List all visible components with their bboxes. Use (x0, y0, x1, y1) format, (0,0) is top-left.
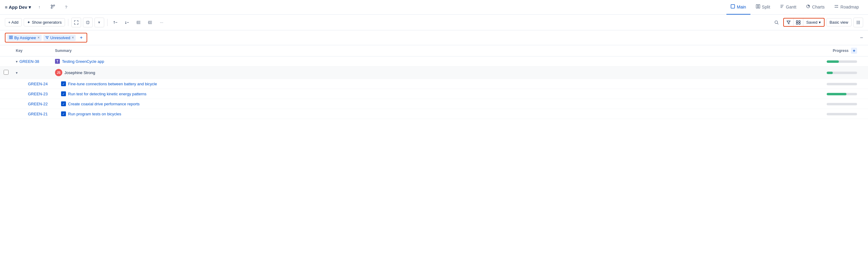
by-assignee-icon (9, 35, 13, 40)
generators-label: Show generators (32, 20, 62, 25)
row-expand-chevron[interactable]: ▾ (16, 60, 18, 64)
issue-type-task-icon: ✓ (61, 91, 66, 96)
outdent-button[interactable] (145, 18, 155, 27)
svg-rect-38 (9, 36, 11, 37)
issues-table: Key Summary Progress + ▾GREEN-38TTesting… (0, 45, 868, 119)
basic-view-button[interactable]: Basic view (826, 18, 851, 26)
unresolved-filter[interactable]: Unresolved × (43, 35, 76, 41)
generators-icon: ✦ (27, 20, 30, 25)
by-assignee-close[interactable]: × (38, 36, 40, 39)
by-assignee-filter[interactable]: By Assignee × (7, 35, 42, 41)
toolbar-left: + Add ✦ Show generators ▾ (5, 18, 770, 27)
svg-point-2 (51, 7, 52, 8)
charts-tab-label: Charts (812, 5, 825, 9)
tab-split[interactable]: Split (752, 0, 774, 14)
avatar: JS (55, 69, 62, 76)
progress-bar-empty (827, 113, 857, 115)
toolbar-right: Saved ▾ Basic view (772, 18, 863, 27)
split-tab-icon (756, 4, 760, 9)
progress-bar-empty (827, 103, 857, 105)
table-row: GREEN-21✓Run program tests on bicycles (0, 109, 868, 119)
svg-line-5 (52, 6, 54, 8)
columns-button[interactable] (854, 18, 863, 27)
progress-bar (827, 93, 857, 95)
expand-button[interactable] (71, 18, 81, 27)
row-select-checkbox[interactable] (4, 70, 8, 75)
add-button[interactable]: + Add (5, 18, 22, 26)
branch-button[interactable] (48, 2, 58, 12)
saved-label: Saved (806, 20, 817, 25)
tab-gantt[interactable]: Gantt (776, 0, 801, 14)
add-label: + Add (8, 20, 19, 25)
svg-rect-40 (9, 38, 11, 39)
tab-charts[interactable]: Charts (802, 0, 829, 14)
add-column-button[interactable]: + (851, 48, 857, 54)
issue-key-link[interactable]: GREEN-21 (28, 112, 48, 116)
th-key: Key (12, 45, 51, 57)
basic-view-label: Basic view (830, 20, 848, 25)
svg-rect-8 (758, 5, 760, 8)
issue-key-link[interactable]: GREEN-38 (20, 59, 39, 64)
compress-button[interactable] (83, 18, 93, 27)
main-tab-label: Main (737, 5, 746, 9)
issue-type-task-icon: ✓ (61, 111, 66, 116)
add-filter-button[interactable]: + (78, 34, 85, 41)
issue-summary-link[interactable]: Run test for detecting kinetic energy pa… (68, 92, 147, 96)
hamburger-icon: ≡ (5, 5, 8, 10)
share-button[interactable]: ↑ (35, 2, 44, 12)
split-tab-label: Split (762, 5, 770, 9)
help-button[interactable]: ? (61, 2, 71, 12)
more-actions-button[interactable]: ··· (157, 18, 166, 27)
table-header-row: Key Summary Progress + (0, 45, 868, 57)
table-row: GREEN-22✓Create coaxial drive performanc… (0, 99, 868, 109)
show-generators-button[interactable]: ✦ Show generators (24, 18, 65, 26)
gantt-tab-label: Gantt (786, 5, 796, 9)
issue-summary-link[interactable]: Fine-tune connections between battery an… (68, 82, 157, 86)
filter-icon-button[interactable] (784, 19, 794, 26)
toolbar: + Add ✦ Show generators ▾ (0, 14, 868, 30)
table-row: ▾GREEN-38TTesting GreenCycle app (0, 57, 868, 66)
assignee-name-link[interactable]: Josephine Strong (64, 70, 95, 75)
issue-type-test-icon: T (55, 59, 60, 64)
saved-button[interactable]: Saved ▾ (803, 19, 824, 26)
tab-roadmap[interactable]: Roadmap (830, 0, 863, 14)
svg-point-0 (51, 5, 52, 6)
progress-bar (827, 60, 857, 63)
issue-key-link[interactable]: GREEN-24 (28, 82, 48, 86)
issue-summary-link[interactable]: Create coaxial drive performance reports (68, 102, 140, 106)
collapse-button[interactable]: − (860, 35, 863, 40)
issues-table-container: Key Summary Progress + ▾GREEN-38TTesting… (0, 45, 868, 119)
svg-rect-39 (11, 36, 12, 37)
app-title-dropdown-icon: ▾ (29, 5, 31, 10)
svg-rect-6 (731, 5, 735, 8)
saved-dropdown-icon: ▾ (819, 20, 821, 25)
more-options-expand[interactable]: ▾ (94, 18, 104, 27)
tab-main[interactable]: Main (726, 0, 750, 14)
active-filters-group: By Assignee × Unresolved × + (5, 33, 87, 42)
indent-button[interactable] (134, 18, 144, 27)
row-expand-chevron[interactable]: ▾ (16, 71, 18, 75)
toolbar-divider-1 (68, 19, 68, 26)
table-row: ▾JSJosephine Strong (0, 66, 868, 79)
issue-key-link[interactable]: GREEN-23 (28, 92, 48, 96)
move-up-button[interactable] (111, 18, 120, 27)
svg-point-17 (836, 7, 837, 8)
app-title[interactable]: ≡ App Dev ▾ (5, 5, 31, 10)
issue-summary-link[interactable]: Testing GreenCycle app (62, 59, 104, 64)
move-down-button[interactable] (122, 18, 132, 27)
th-progress: Progress + (823, 45, 861, 57)
branch-icon (51, 4, 55, 10)
group-icon-button[interactable] (794, 19, 803, 26)
issue-summary-link[interactable]: Run program tests on bicycles (68, 112, 121, 116)
svg-rect-31 (796, 21, 798, 22)
charts-tab-icon (806, 4, 810, 9)
svg-rect-7 (756, 5, 758, 8)
nav-right: Main Split Gantt (726, 0, 863, 14)
unresolved-close[interactable]: × (72, 36, 74, 39)
share-icon: ↑ (38, 5, 40, 9)
search-button[interactable] (772, 18, 781, 27)
saved-filter-group: Saved ▾ (783, 18, 825, 27)
issue-type-task-icon: ✓ (61, 101, 66, 106)
issue-key-link[interactable]: GREEN-22 (28, 102, 48, 106)
table-row: GREEN-23✓Run test for detecting kinetic … (0, 89, 868, 99)
